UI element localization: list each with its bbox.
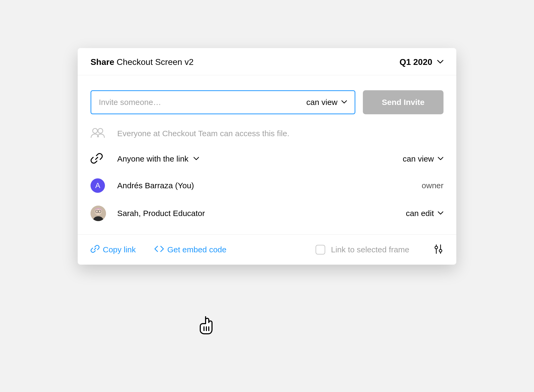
chevron-down-icon	[193, 156, 199, 161]
dialog-title: Share Checkout Screen v2	[91, 57, 194, 67]
svg-point-9	[439, 249, 442, 252]
project-switcher[interactable]: Q1 2020	[399, 57, 443, 67]
code-icon	[154, 245, 164, 254]
chevron-down-icon	[438, 211, 443, 216]
access-list: Everyone at Checkout Team can access thi…	[91, 128, 443, 221]
link-icon	[91, 152, 103, 166]
chevron-down-icon	[438, 156, 443, 161]
link-to-frame-label: Link to selected frame	[331, 245, 409, 254]
file-name: Checkout Screen v2	[117, 57, 194, 67]
share-dialog: Share Checkout Screen v2 Q1 2020 can vie…	[78, 48, 456, 265]
project-name: Q1 2020	[399, 57, 432, 67]
person-name: Andrés Barraza (You)	[117, 181, 194, 190]
link-icon	[91, 244, 100, 255]
team-access-row: Everyone at Checkout Team can access thi…	[91, 128, 443, 139]
role-label: can edit	[406, 209, 434, 218]
send-invite-button[interactable]: Send Invite	[363, 90, 443, 114]
chevron-down-icon	[341, 100, 347, 105]
person-role-dropdown[interactable]: can edit	[406, 209, 443, 218]
share-settings-button[interactable]	[433, 244, 443, 256]
avatar-initial: A	[95, 181, 100, 190]
person-role: owner	[422, 181, 443, 190]
person-row: A Andrés Barraza (You) owner	[91, 178, 443, 193]
sliders-icon	[433, 251, 443, 255]
invite-row: can view Send Invite	[91, 90, 443, 114]
svg-point-7	[435, 246, 438, 249]
link-access-scope-dropdown[interactable]: Anyone with the link	[117, 154, 199, 163]
share-label: Share	[91, 57, 114, 67]
dialog-header: Share Checkout Screen v2 Q1 2020	[78, 48, 456, 75]
avatar	[91, 206, 106, 221]
link-permission-label: can view	[403, 154, 434, 163]
link-access-row: Anyone with the link can view	[91, 152, 443, 166]
link-access-label: Anyone with the link	[117, 154, 189, 163]
role-label: owner	[422, 181, 443, 190]
invite-field[interactable]: can view	[91, 90, 355, 114]
avatar: A	[91, 178, 105, 193]
person-name: Sarah, Product Educator	[117, 209, 205, 218]
embed-code-button[interactable]: Get embed code	[154, 245, 226, 254]
team-access-text: Everyone at Checkout Team can access thi…	[117, 129, 289, 138]
invite-permission-dropdown[interactable]: can view	[306, 98, 347, 107]
dialog-body: can view Send Invite	[78, 75, 456, 234]
link-permission-dropdown[interactable]: can view	[403, 154, 443, 163]
dialog-footer: Copy link Get embed code Link to selecte…	[78, 234, 456, 265]
pointer-cursor-icon	[198, 315, 214, 336]
svg-point-1	[98, 128, 103, 133]
chevron-down-icon	[437, 60, 443, 65]
people-group-icon	[91, 128, 105, 139]
invite-input[interactable]	[99, 98, 306, 107]
link-to-frame-toggle[interactable]: Link to selected frame	[316, 245, 409, 254]
copy-link-label: Copy link	[103, 245, 136, 254]
embed-code-label: Get embed code	[167, 245, 226, 254]
svg-point-0	[93, 128, 97, 133]
invite-permission-label: can view	[306, 98, 337, 107]
person-row: Sarah, Product Educator can edit	[91, 206, 443, 221]
checkbox-icon	[316, 245, 325, 254]
copy-link-button[interactable]: Copy link	[91, 244, 136, 255]
